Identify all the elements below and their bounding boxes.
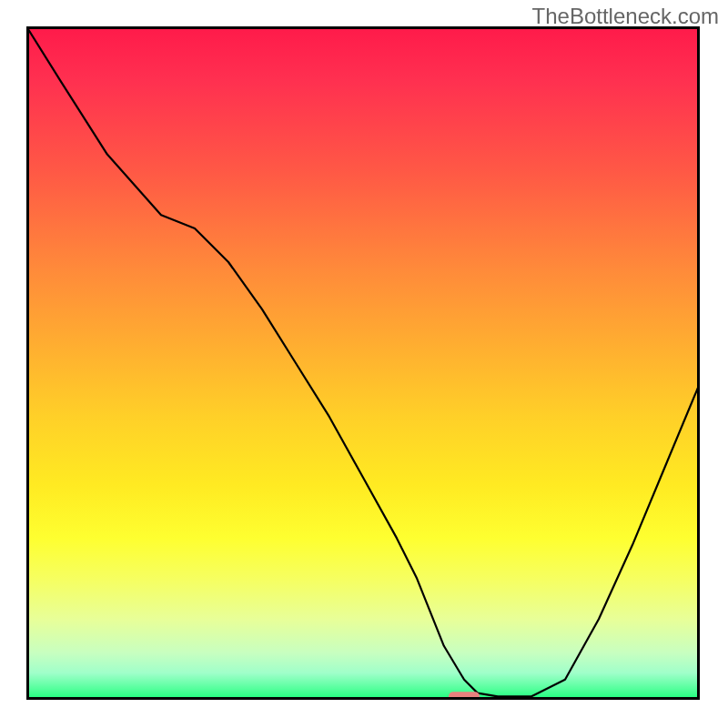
bottleneck-curve (26, 26, 700, 696)
optimal-marker (449, 692, 480, 700)
watermark-text: TheBottleneck.com (532, 4, 719, 29)
chart-svg (26, 26, 700, 700)
plot-area (26, 26, 700, 700)
chart-container: TheBottleneck.com (0, 0, 728, 728)
